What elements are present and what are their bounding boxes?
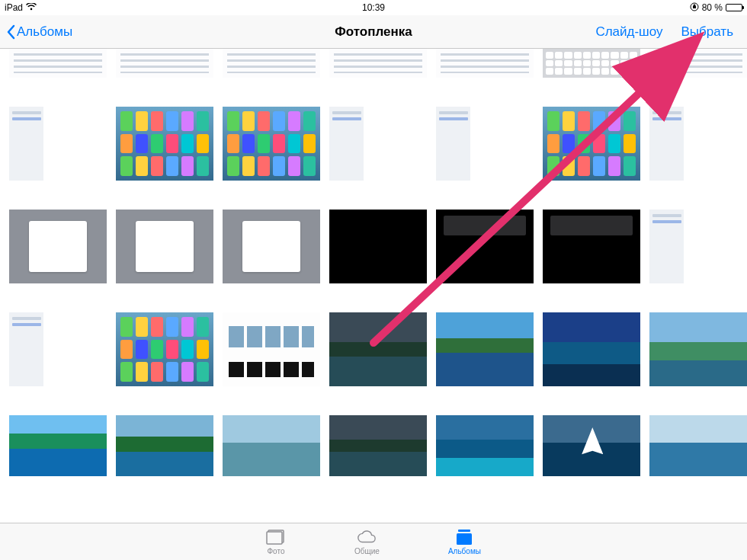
tab-albums[interactable]: Альбомы	[448, 529, 481, 555]
battery-icon	[726, 4, 742, 11]
photo-thumbnail[interactable]	[649, 49, 747, 78]
photo-thumbnail[interactable]	[223, 107, 320, 181]
select-button[interactable]: Выбрать	[681, 24, 733, 40]
photo-thumbnail[interactable]	[329, 107, 427, 181]
photo-thumbnail[interactable]	[436, 415, 534, 476]
tab-label: Фото	[268, 547, 285, 555]
slideshow-button[interactable]: Слайд-шоу	[595, 24, 662, 40]
photo-thumbnail[interactable]	[436, 312, 534, 386]
photo-thumbnail[interactable]	[9, 415, 107, 476]
photo-thumbnail[interactable]	[9, 49, 107, 78]
chevron-left-icon	[6, 24, 15, 40]
photo-thumbnail[interactable]	[649, 312, 747, 386]
status-time: 10:39	[362, 2, 385, 13]
nav-bar: Альбомы Фотопленка Слайд-шоу Выбрать	[0, 15, 747, 49]
photo-thumbnail[interactable]	[116, 49, 213, 78]
photo-thumbnail[interactable]	[543, 415, 640, 476]
photo-thumbnail[interactable]	[436, 107, 534, 181]
device-label: iPad	[5, 2, 23, 13]
svg-rect-2	[267, 532, 282, 544]
wifi-icon	[26, 2, 37, 13]
cloud-icon	[357, 529, 377, 546]
photo-thumbnail[interactable]	[116, 210, 213, 283]
photo-thumbnail[interactable]	[329, 312, 427, 386]
photo-thumbnail[interactable]	[116, 415, 213, 476]
tab-photos[interactable]: Фото	[266, 529, 286, 555]
photo-thumbnail[interactable]	[223, 312, 320, 386]
tab-bar: Фото Общие Альбомы	[0, 523, 747, 560]
photo-thumbnail[interactable]	[9, 107, 107, 181]
page-title: Фотопленка	[335, 24, 412, 40]
svg-rect-3	[458, 530, 470, 532]
photo-thumbnail[interactable]	[223, 415, 320, 476]
photo-thumbnail[interactable]	[116, 107, 213, 181]
status-left: iPad	[5, 2, 37, 13]
photo-thumbnail[interactable]	[649, 210, 747, 283]
photo-thumbnail[interactable]	[329, 49, 427, 78]
photo-thumbnail[interactable]	[543, 49, 640, 78]
svg-rect-4	[457, 533, 472, 545]
photo-thumbnail[interactable]	[543, 210, 640, 283]
battery-pct: 80 %	[702, 2, 723, 13]
photo-grid-scroll[interactable]	[0, 49, 747, 523]
orientation-lock-icon	[690, 2, 699, 14]
nav-actions: Слайд-шоу Выбрать	[595, 24, 747, 40]
photo-thumbnail[interactable]	[223, 210, 320, 283]
photo-thumbnail[interactable]	[436, 49, 534, 78]
tab-label: Альбомы	[448, 547, 481, 555]
status-right: 80 %	[690, 2, 742, 14]
photo-thumbnail[interactable]	[223, 49, 320, 78]
photo-thumbnail[interactable]	[9, 312, 107, 386]
albums-icon	[454, 529, 474, 546]
photo-thumbnail[interactable]	[649, 415, 747, 476]
tab-label: Общие	[354, 547, 380, 555]
tab-shared[interactable]: Общие	[354, 529, 380, 555]
back-label: Альбомы	[17, 24, 72, 40]
photo-thumbnail[interactable]	[543, 107, 640, 181]
photo-grid	[9, 49, 738, 476]
photo-thumbnail[interactable]	[329, 415, 427, 476]
photo-thumbnail[interactable]	[543, 312, 640, 386]
photo-thumbnail[interactable]	[9, 210, 107, 283]
photo-thumbnail[interactable]	[649, 107, 747, 181]
photo-thumbnail[interactable]	[436, 210, 534, 283]
photos-icon	[266, 529, 286, 546]
photo-thumbnail[interactable]	[329, 210, 427, 283]
status-bar: iPad 10:39 80 %	[0, 0, 747, 15]
photo-thumbnail[interactable]	[116, 312, 213, 386]
back-button[interactable]: Альбомы	[0, 24, 72, 40]
